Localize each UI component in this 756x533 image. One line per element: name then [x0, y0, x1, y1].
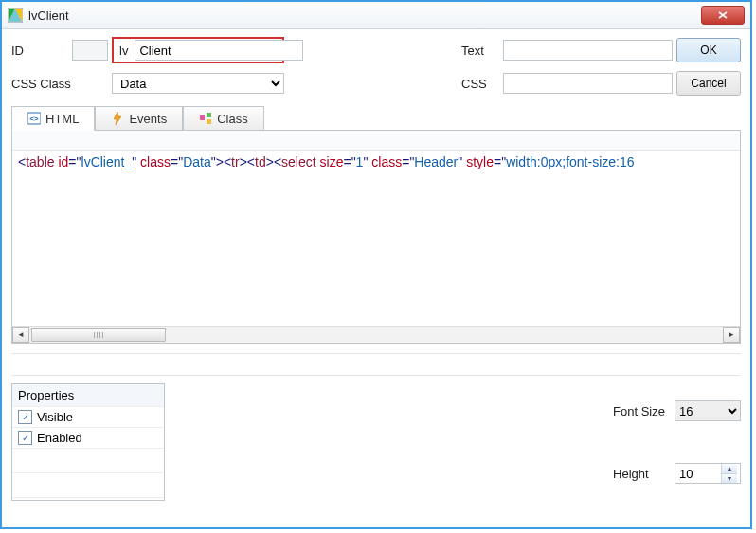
- height-label: Height: [613, 467, 665, 481]
- css-class-select[interactable]: Data: [112, 73, 284, 94]
- height-up[interactable]: ▲: [722, 464, 737, 473]
- enabled-label: Enabled: [37, 431, 82, 445]
- visible-label: Visible: [37, 410, 73, 424]
- height-down[interactable]: ▼: [722, 473, 737, 484]
- css-label: CSS: [461, 77, 499, 91]
- html-icon: <>: [27, 112, 41, 125]
- horizontal-scrollbar[interactable]: ◄ ►: [12, 326, 740, 343]
- tab-class[interactable]: Class: [183, 106, 264, 131]
- css-class-label: CSS Class: [11, 77, 108, 91]
- height-stepper[interactable]: ▲ ▼: [675, 463, 741, 484]
- id-input[interactable]: [135, 40, 303, 61]
- tab-bar: <> HTML Events: [11, 105, 741, 130]
- font-size-label: Font Size: [613, 404, 665, 418]
- font-size-select[interactable]: 16: [675, 400, 741, 421]
- svg-rect-8: [207, 113, 211, 117]
- tab-events[interactable]: Events: [95, 106, 183, 131]
- scroll-left-arrow[interactable]: ◄: [12, 327, 29, 343]
- scroll-track[interactable]: [29, 328, 723, 342]
- svg-rect-9: [207, 119, 211, 124]
- scroll-thumb[interactable]: [31, 328, 166, 342]
- prop-empty-row: [12, 448, 164, 472]
- svg-text:<>: <>: [29, 115, 39, 123]
- height-input[interactable]: [675, 464, 721, 483]
- svg-rect-7: [200, 115, 205, 120]
- visible-checkbox[interactable]: ✓: [18, 410, 32, 424]
- enabled-checkbox[interactable]: ✓: [18, 431, 32, 445]
- id-readonly-box: [72, 40, 108, 61]
- events-icon: [111, 112, 124, 125]
- code-editor[interactable]: <table id="lvClient_" class="Data"><tr><…: [11, 130, 741, 344]
- prop-enabled-row[interactable]: ✓ Enabled: [12, 427, 164, 448]
- id-label: ID: [11, 44, 68, 58]
- dialog-body: ID lv Text OK CSS Class Data CSS Cancel: [2, 29, 750, 527]
- properties-heading: Properties: [12, 384, 164, 406]
- cancel-button[interactable]: Cancel: [676, 71, 741, 96]
- css-input[interactable]: [503, 73, 673, 94]
- separator: [11, 353, 741, 376]
- text-input[interactable]: [503, 40, 673, 61]
- prop-empty-row: [12, 497, 164, 522]
- close-button[interactable]: [701, 6, 745, 25]
- id-highlight-box: lv: [112, 37, 284, 63]
- tab-html[interactable]: <> HTML: [11, 106, 95, 131]
- lv-prefix-label: lv: [116, 44, 132, 58]
- title-bar[interactable]: lvClient: [2, 2, 750, 29]
- app-icon: [8, 8, 23, 23]
- ok-button[interactable]: OK: [676, 38, 741, 62]
- prop-empty-row: [12, 472, 164, 497]
- dialog-window: lvClient ID lv Text OK CSS Class: [0, 0, 752, 529]
- class-icon: [199, 112, 212, 125]
- window-title: lvClient: [28, 9, 701, 23]
- code-body[interactable]: <table id="lvClient_" class="Data"><tr><…: [12, 151, 740, 326]
- properties-panel: Properties ✓ Visible ✓ Enabled: [11, 383, 165, 501]
- code-toolbar: [12, 131, 740, 151]
- prop-visible-row[interactable]: ✓ Visible: [12, 406, 164, 427]
- text-label: Text: [461, 44, 499, 58]
- svg-marker-6: [114, 112, 121, 125]
- scroll-right-arrow[interactable]: ►: [723, 327, 740, 343]
